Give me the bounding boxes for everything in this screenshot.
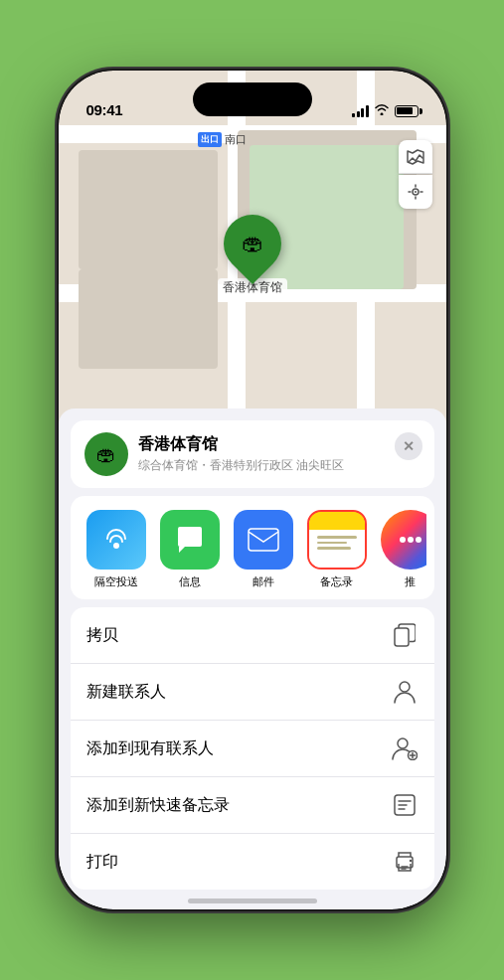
share-app-notes[interactable]: 备忘录: [303, 510, 371, 589]
dynamic-island: [193, 82, 312, 116]
messages-label: 信息: [179, 574, 201, 589]
share-app-more[interactable]: 推: [377, 510, 426, 589]
location-info: 香港体育馆 综合体育馆・香港特别行政区 油尖旺区: [138, 434, 420, 474]
airdrop-icon: [86, 510, 146, 570]
more-label: 推: [405, 574, 416, 589]
map-south-label: 出口 南口: [198, 132, 247, 147]
svg-point-9: [398, 738, 408, 748]
mail-icon: [234, 510, 293, 570]
location-name: 香港体育馆: [138, 434, 420, 455]
svg-point-2: [113, 543, 119, 549]
location-subtitle: 综合体育馆・香港特别行政区 油尖旺区: [138, 457, 420, 474]
svg-point-1: [415, 191, 417, 193]
action-add-existing[interactable]: 添加到现有联系人: [71, 721, 434, 777]
share-row: 隔空投送 信息: [71, 496, 434, 599]
map-block-3: [79, 269, 218, 369]
action-new-contact-label: 新建联系人: [86, 682, 166, 703]
note-icon: [391, 791, 419, 819]
notes-label: 备忘录: [320, 574, 353, 589]
mail-label: 邮件: [252, 574, 274, 589]
messages-icon: [160, 510, 220, 570]
status-icons: [352, 103, 419, 118]
svg-point-4: [400, 537, 406, 543]
close-button[interactable]: ✕: [395, 432, 422, 460]
action-add-existing-label: 添加到现有联系人: [86, 738, 214, 759]
airdrop-label: 隔空投送: [94, 574, 138, 589]
action-new-contact[interactable]: 新建联系人: [71, 664, 434, 721]
share-apps-list: 隔空投送 信息: [79, 510, 426, 589]
action-add-notes-label: 添加到新快速备忘录: [86, 795, 230, 816]
map-exit-badge: 出口: [198, 132, 222, 147]
print-icon: [391, 848, 419, 876]
svg-point-6: [416, 537, 421, 543]
svg-rect-7: [395, 628, 409, 646]
share-app-messages[interactable]: 信息: [156, 510, 224, 589]
phone-frame: 09:41: [59, 71, 446, 909]
action-print-label: 打印: [86, 852, 118, 873]
action-print[interactable]: 打印: [71, 834, 434, 890]
notes-icon: [307, 510, 367, 570]
map-type-button[interactable]: [399, 140, 432, 174]
battery-icon: [395, 105, 419, 117]
copy-icon: [391, 621, 419, 649]
pin-inner-icon: 🏟: [242, 231, 263, 256]
home-indicator: [188, 898, 317, 903]
signal-icon: [352, 105, 369, 117]
location-button[interactable]: [399, 175, 432, 209]
action-copy[interactable]: 拷贝: [71, 607, 434, 664]
svg-point-5: [408, 537, 414, 543]
bottom-sheet: 🏟 香港体育馆 综合体育馆・香港特别行政区 油尖旺区 ✕: [59, 408, 446, 909]
action-add-notes[interactable]: 添加到新快速备忘录: [71, 777, 434, 834]
location-icon: 🏟: [84, 432, 128, 476]
more-icon: [381, 510, 426, 570]
action-list: 拷贝 新建联系人: [71, 607, 434, 890]
action-copy-label: 拷贝: [86, 625, 118, 646]
location-card: 🏟 香港体育馆 综合体育馆・香港特别行政区 油尖旺区 ✕: [71, 420, 434, 488]
person-add-icon: [391, 735, 419, 762]
pin-circle: 🏟: [211, 203, 292, 284]
location-pin: 🏟 香港体育馆: [218, 215, 287, 297]
status-time: 09:41: [86, 101, 123, 118]
share-app-airdrop[interactable]: 隔空投送: [83, 510, 150, 589]
map-controls: [399, 140, 432, 209]
wifi-icon: [374, 103, 390, 118]
svg-point-13: [409, 860, 411, 862]
svg-point-8: [400, 682, 410, 692]
person-icon: [391, 678, 419, 706]
map-block-1: [79, 150, 218, 269]
map-south-text: 南口: [225, 132, 247, 147]
svg-rect-3: [249, 529, 278, 551]
share-app-mail[interactable]: 邮件: [230, 510, 297, 589]
